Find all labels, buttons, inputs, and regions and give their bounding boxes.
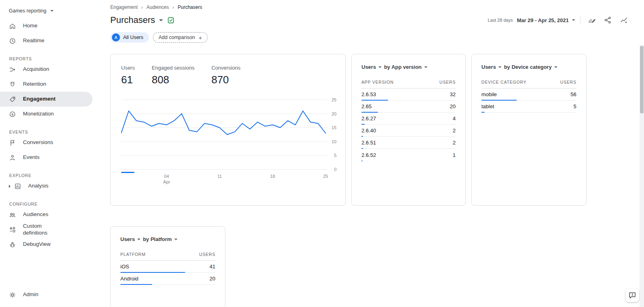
metric-label: Users — [121, 65, 135, 71]
svg-text:18: 18 — [270, 174, 275, 179]
table-row[interactable]: Android 20 — [120, 273, 215, 285]
device-category-card: Users by Device category DEVICE CATEGORY… — [471, 54, 586, 206]
dimension-select[interactable]: by Platform — [143, 236, 172, 242]
property-switcher[interactable]: Games reporting — [0, 6, 103, 19]
sidebar-item-label: Events — [23, 154, 39, 161]
metric-value: 808 — [152, 74, 194, 86]
all-users-chip[interactable]: A All Users — [110, 32, 149, 43]
expand-right-icon[interactable] — [9, 185, 10, 188]
breadcrumb-purchasers[interactable]: Purchasers — [178, 4, 202, 10]
sidebar-section-events: EVENTS — [0, 122, 103, 135]
chevron-down-icon — [50, 10, 54, 12]
sidebar-item-home[interactable]: Home — [0, 19, 93, 33]
feedback-button[interactable] — [625, 288, 639, 302]
table-header: PLATFORM USERS — [120, 252, 215, 261]
title-dropdown-icon[interactable] — [159, 19, 163, 21]
chevron-down-icon[interactable] — [424, 66, 427, 68]
page-title: Purchasers — [110, 15, 155, 25]
sidebar-item-debugview[interactable]: DebugView — [0, 237, 93, 252]
sidebar-section-configure: CONFIGURE — [0, 194, 103, 207]
chart-range-indicator[interactable] — [121, 172, 134, 173]
table-row[interactable]: 2.6.53 32 — [361, 89, 456, 101]
metric-select[interactable]: Users — [361, 64, 376, 70]
table-row[interactable]: 2.6.40 2 — [361, 125, 456, 137]
app-version-card: Users by App version APP VERSION USERS 2… — [351, 54, 466, 206]
sidebar-item-analysis[interactable]: Analysis — [0, 179, 93, 194]
sidebar-item-conversions[interactable]: Conversions — [0, 135, 93, 150]
sidebar-item-label: DebugView — [23, 241, 51, 248]
clock-icon — [9, 37, 16, 45]
metric-select[interactable]: Users — [481, 64, 496, 70]
sidebar-item-audiences[interactable]: Audiences — [0, 207, 93, 222]
row-value: 32 — [450, 91, 456, 97]
saved-report-check-icon[interactable] — [167, 16, 175, 24]
metric-select[interactable]: Users — [120, 236, 135, 242]
chevron-down-icon[interactable] — [137, 239, 140, 240]
chevron-down-icon[interactable] — [378, 66, 382, 68]
comparison-chips: A All Users Add comparison + — [110, 32, 628, 43]
sidebar-item-label: Retention — [23, 81, 46, 88]
value-bar — [120, 284, 152, 285]
sidebar-item-admin[interactable]: Admin — [0, 287, 93, 302]
chevron-down-icon[interactable] — [554, 66, 557, 68]
add-comparison-label: Add comparison — [159, 35, 195, 40]
breadcrumb-audiences[interactable]: Audiences — [147, 4, 169, 10]
sidebar-item-label: Acquisition — [23, 66, 49, 73]
row-value: 1 — [453, 152, 456, 158]
sidebar-item-custom-definitions[interactable]: Custom definitions — [0, 222, 93, 237]
svg-text:25: 25 — [323, 174, 328, 179]
metric-users[interactable]: Users 61 — [121, 65, 135, 86]
row-label: mobile — [481, 91, 497, 97]
sidebar-item-acquisition[interactable]: Acquisition — [0, 62, 93, 77]
gear-icon — [9, 291, 16, 299]
row-value: 2 — [453, 128, 456, 134]
date-range-dropdown-icon[interactable] — [572, 19, 575, 21]
flag-icon — [9, 139, 16, 146]
chevron-down-icon[interactable] — [174, 239, 178, 240]
sidebar-item-realtime[interactable]: Realtime — [0, 33, 93, 48]
plus-icon: + — [198, 35, 202, 41]
table-header: DEVICE CATEGORY USERS — [481, 80, 576, 89]
breadcrumb-engagement[interactable]: Engagement — [110, 4, 138, 10]
metric-label: Engaged sessions — [152, 65, 194, 71]
overview-trend-card: Users 61 Engaged sessions 808 Conversion… — [110, 54, 346, 206]
table-row[interactable]: tablet 5 — [481, 101, 576, 113]
column-header-dimension: DEVICE CATEGORY — [481, 80, 526, 84]
table-row[interactable]: 2.65 20 — [361, 101, 456, 113]
table-row[interactable]: 2.6.51 2 — [361, 137, 456, 149]
table-row[interactable]: 2.6.52 1 — [361, 149, 456, 161]
value-bar — [361, 161, 363, 161]
share-report-button[interactable] — [604, 16, 612, 24]
scrollbar-track[interactable] — [640, 45, 644, 307]
row-label: 2.6.40 — [361, 128, 376, 134]
metric-conversions[interactable]: Conversions 870 — [211, 65, 240, 86]
customize-report-button[interactable] — [588, 16, 596, 24]
column-header-metric: USERS — [440, 80, 456, 84]
svg-text:15: 15 — [332, 125, 336, 130]
sidebar-item-monetization[interactable]: $ Monetization — [0, 107, 93, 122]
insights-button[interactable] — [620, 16, 628, 24]
table-row[interactable]: iOS 41 — [120, 261, 215, 273]
sidebar-item-engagement[interactable]: Engagement — [0, 92, 93, 107]
chevron-down-icon[interactable] — [498, 66, 502, 68]
sidebar-item-retention[interactable]: Retention — [0, 77, 93, 92]
scrollbar-thumb[interactable] — [640, 46, 644, 113]
sidebar-section-explore: EXPLORE — [0, 165, 103, 179]
audiences-icon — [9, 211, 16, 218]
metric-value: 61 — [121, 74, 135, 86]
dimension-select[interactable]: by Device category — [504, 64, 552, 70]
date-range-value[interactable]: Mar 29 - Apr 25, 2021 — [517, 17, 569, 23]
share-icon — [604, 16, 612, 24]
table-header: APP VERSION USERS — [361, 80, 456, 89]
metric-value: 870 — [211, 74, 240, 86]
metric-engaged-sessions[interactable]: Engaged sessions 808 — [152, 65, 194, 86]
report-cards: Users 61 Engaged sessions 808 Conversion… — [110, 54, 628, 307]
svg-text:25: 25 — [332, 97, 336, 102]
sidebar-item-events[interactable]: Events — [0, 150, 93, 165]
row-value: 20 — [210, 276, 215, 282]
table-row[interactable]: mobile 56 — [481, 89, 576, 101]
row-label: 2.6.52 — [361, 152, 376, 158]
add-comparison-chip[interactable]: Add comparison + — [153, 32, 208, 43]
dimension-select[interactable]: by App version — [384, 64, 421, 70]
table-row[interactable]: 2.6.27 4 — [361, 113, 456, 125]
